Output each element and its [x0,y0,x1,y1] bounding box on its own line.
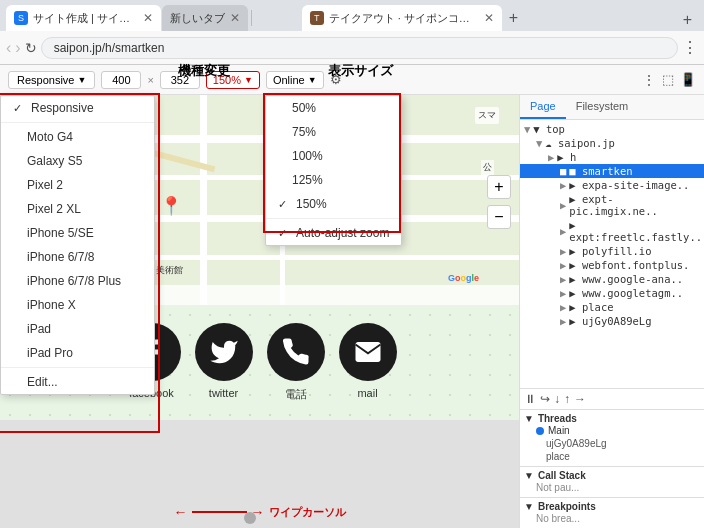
devtools-inspect-button[interactable]: ⬚ [662,72,674,87]
threads-section: ▼ Threads Main ujGy0A89eLg place [520,409,704,466]
device-item-iphone678[interactable]: iPhone 6/7/8 [1,245,154,269]
url-bar[interactable]: saipon.jp/h/smartken [41,37,678,59]
zoom-arrow: ▼ [244,75,253,85]
social-phone[interactable]: 電話 [267,323,325,402]
tree-item-expa[interactable]: ▶ ▶ expa-site-image.. [520,178,704,192]
second-window-tabs: T テイクアウト · サイポンコーヒー（スマ... ✕ + [302,0,524,31]
tab3-title: テイクアウト · サイポンコーヒー（スマ... [329,11,479,26]
tree-item-top[interactable]: ▼ ▼ top [520,122,704,136]
tab1-close[interactable]: ✕ [143,11,153,25]
tree-item-smartken[interactable]: ■ ■ smartken [520,164,704,178]
threads-title[interactable]: ▼ Threads [524,413,700,424]
twitter-label: twitter [209,387,238,399]
zoom-item-150[interactable]: ✓ 150% [266,192,401,216]
menu-button[interactable]: ⋮ [682,38,698,57]
tab-2[interactable]: 新しいタブ ✕ [162,5,248,31]
device-item-pixel2[interactable]: Pixel 2 [1,173,154,197]
tree-item-google-ana[interactable]: ▶ ▶ www.google-ana.. [520,272,704,286]
breakpoints-title[interactable]: ▼ Breakpoints [524,501,700,512]
device-item-motog4[interactable]: Moto G4 [1,125,154,149]
tree-item-ujgy[interactable]: ▶ ▶ ujGy0A89eLg [520,314,704,328]
address-bar-row: ‹ › ↻ saipon.jp/h/smartken ⋮ [0,31,704,65]
phone-icon[interactable] [267,323,325,381]
tree-item-google-tag[interactable]: ▶ ▶ www.googletagm.. [520,286,704,300]
mail-label: mail [357,387,377,399]
social-twitter[interactable]: twitter [195,323,253,399]
new-tab-button-2[interactable]: + [503,7,524,29]
tab-page[interactable]: Page [520,95,566,119]
map-zoom-out[interactable]: − [487,205,511,229]
tree-item-saipon[interactable]: ▼ ☁ saipon.jp [520,136,704,150]
tab3-close[interactable]: ✕ [484,11,494,25]
step-button[interactable]: → [574,392,586,406]
devtools-device-button[interactable]: 📱 [680,72,696,87]
main-area: 西新宿 拡大地図 スマ 公 西新 SOMPO 美術館 + − 📍 ーマートタウン… [0,95,704,528]
tab1-title: サイト作成 | サイポン [33,11,138,26]
thread-ujgy[interactable]: ujGy0A89eLg [524,437,700,450]
swipe-label: ワイプカーソル [269,505,346,520]
zoom-item-100[interactable]: 100% [266,144,401,168]
tree-item-place[interactable]: ▶ ▶ place [520,300,704,314]
map-pin: 📍 [160,195,182,217]
map-zoom-in[interactable]: + [487,175,511,199]
devtools-panel: Page Filesystem ▼ ▼ top ▼ ☁ saipon.jp ▶ [519,95,704,528]
settings-icon[interactable]: ⚙ [330,72,342,87]
call-stack-title[interactable]: ▼ Call Stack [524,470,700,481]
zoom-label: 150% [213,74,241,86]
device-item-responsive[interactable]: ✓ Responsive [1,96,154,120]
scroll-indicator[interactable] [244,512,256,524]
device-item-ipad[interactable]: iPad [1,317,154,341]
width-input[interactable]: 400 [101,71,141,89]
breakpoints-value: No brea... [524,512,700,525]
device-selector[interactable]: Responsive ▼ [8,71,95,89]
online-arrow: ▼ [308,75,317,85]
tab1-favicon: S [14,11,28,25]
tab-filesystem[interactable]: Filesystem [566,95,639,119]
zoom-item-auto[interactable]: ✓ Auto-adjust zoom [266,221,401,245]
step-into-button[interactable]: ↓ [554,392,560,406]
twitter-icon[interactable] [195,323,253,381]
mail-icon[interactable] [339,323,397,381]
tab-3[interactable]: T テイクアウト · サイポンコーヒー（スマ... ✕ [302,5,502,31]
thread-main[interactable]: Main [524,424,700,437]
device-item-iphone5[interactable]: iPhone 5/SE [1,221,154,245]
call-stack-section: ▼ Call Stack Not pau... [520,466,704,497]
device-label: Responsive [17,74,74,86]
tree-item-h[interactable]: ▶ ▶ h [520,150,704,164]
zoom-item-125[interactable]: 125% [266,168,401,192]
device-item-iphonex[interactable]: iPhone X [1,293,154,317]
more-options-button[interactable]: ⋮ [642,72,656,88]
device-dropdown: ✓ Responsive Moto G4 Galaxy S5 Pixel 2 P… [0,95,155,395]
zoom-selector[interactable]: 150% ▼ [206,71,260,89]
zoom-dropdown: 50% 75% 100% 125% ✓ 150% ✓ Auto-adjust z… [265,95,402,246]
forward-button[interactable]: › [15,39,20,57]
browser-chrome: S サイト作成 | サイポン ✕ 新しいタブ ✕ + ‹ › ↻ saipon.… [0,0,704,528]
tab2-close[interactable]: ✕ [230,11,240,25]
zoom-item-50[interactable]: 50% [266,96,401,120]
thread-place[interactable]: place [524,450,700,463]
tree-item-expt-free[interactable]: ▶ ▶ expt:freetlc.fastly.. [520,218,704,244]
reload-button[interactable]: ↻ [25,40,37,56]
device-item-pixel2xl[interactable]: Pixel 2 XL [1,197,154,221]
step-out-button[interactable]: ↑ [564,392,570,406]
device-item-iphone678plus[interactable]: iPhone 6/7/8 Plus [1,269,154,293]
tab-1[interactable]: S サイト作成 | サイポン ✕ [6,5,161,31]
tab2-title: 新しいタブ [170,11,225,26]
url-text: saipon.jp/h/smartken [54,41,165,55]
tab-separator [251,10,252,26]
device-item-edit[interactable]: Edit... [1,370,154,394]
tree-item-expt-pic[interactable]: ▶ ▶ expt-pic.imgix.ne.. [520,192,704,218]
map-park: 公 [481,160,494,175]
device-item-ipadpro[interactable]: iPad Pro [1,341,154,365]
tree-item-webfont[interactable]: ▶ ▶ webfont.fontplus. [520,258,704,272]
tree-item-polyfill[interactable]: ▶ ▶ polyfill.io [520,244,704,258]
zoom-item-75[interactable]: 75% [266,120,401,144]
back-button[interactable]: ‹ [6,39,11,57]
device-item-galaxys5[interactable]: Galaxy S5 [1,149,154,173]
social-mail[interactable]: mail [339,323,397,399]
step-over-button[interactable]: ↪ [540,392,550,406]
height-input[interactable]: 352 [160,71,200,89]
pause-button[interactable]: ⏸ [524,392,536,406]
online-selector[interactable]: Online ▼ [266,71,324,89]
new-tab-button[interactable]: + [677,9,698,31]
